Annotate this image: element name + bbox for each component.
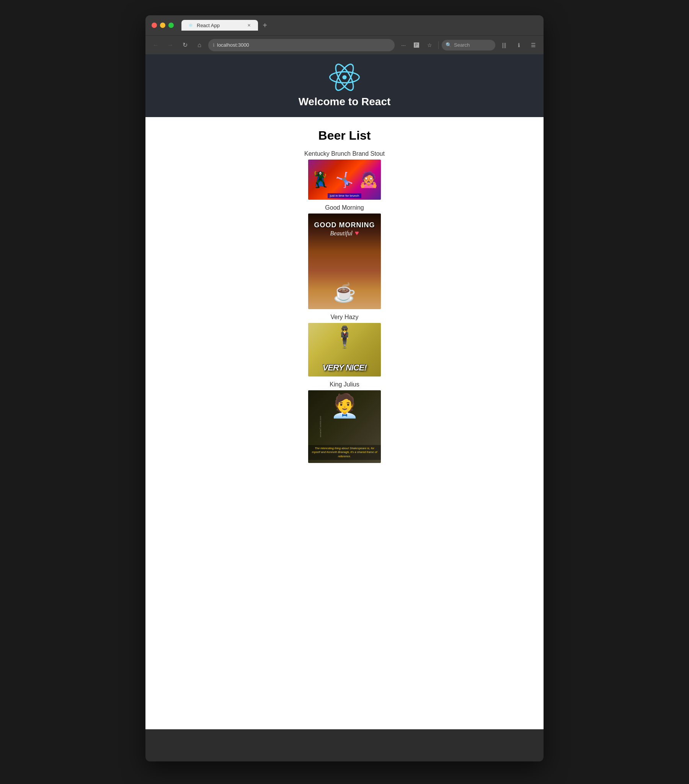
info-icon: ℹ: [518, 42, 520, 48]
library-icon: |||: [502, 42, 506, 48]
beer-list-title: Beer List: [318, 128, 371, 143]
app-header: Welcome to React: [145, 54, 544, 117]
reader-icon: ☰: [531, 42, 536, 48]
new-tab-button[interactable]: +: [259, 20, 270, 31]
white-content-area: Beer List Kentucky Brunch Brand Stout 🦹 …: [145, 117, 544, 729]
url-display: localhost:3000: [217, 42, 249, 48]
bookmark-button[interactable]: ☆: [424, 40, 435, 51]
react-logo-icon: [329, 62, 360, 92]
beer-image-4: sesame7.tumblr.com 🧑‍💼 The interesting t…: [308, 390, 381, 463]
pocket-icon: 🅿: [414, 42, 419, 48]
meme-line2-2: Beautiful: [330, 230, 353, 237]
library-button[interactable]: |||: [498, 40, 510, 51]
address-bar[interactable]: ℹ localhost:3000: [208, 39, 395, 51]
minimize-window-button[interactable]: [160, 23, 165, 28]
browser-window: ⚛ React App ✕ + ← → ↻ ⌂ ℹ localhost:3000…: [145, 15, 544, 761]
meme-line1-2: GOOD MORNING: [314, 221, 375, 229]
forward-arrow-icon: →: [167, 42, 173, 49]
figure-center-icon: 🤸: [335, 171, 353, 188]
meme-figure-3-icon: 🕴️: [331, 325, 358, 350]
search-bar[interactable]: 🔍 Search: [442, 40, 495, 51]
maximize-window-button[interactable]: [168, 23, 174, 28]
forward-button[interactable]: →: [165, 40, 176, 51]
refresh-icon: ↻: [183, 41, 188, 49]
beer-item-3: Very Hazy 🕴️ VERY NICE!: [308, 314, 381, 377]
tab-title: React App: [197, 23, 220, 28]
reader-view-button[interactable]: ☰: [527, 40, 539, 51]
page-content: Welcome to React Beer List Kentucky Brun…: [145, 54, 544, 729]
back-button[interactable]: ←: [150, 40, 162, 51]
back-arrow-icon: ←: [153, 42, 159, 49]
beer-item-2: Good Morning GOOD MORNING Beautiful ♥ ☕: [308, 204, 381, 309]
svg-point-3: [342, 75, 346, 79]
meme-figures: 🦹 🤸 🧟: [308, 160, 381, 200]
meme-heart-icon: ♥: [355, 229, 359, 237]
pocket-button[interactable]: 🅿: [411, 40, 422, 51]
meme-watermark-4: sesame7.tumblr.com: [319, 416, 321, 437]
beer-item-4: King Julius sesame7.tumblr.com 🧑‍💼 The i…: [308, 381, 381, 463]
beer-image-3: 🕴️ VERY NICE!: [308, 323, 381, 377]
bookmark-icon: ☆: [427, 42, 432, 48]
meme-cup-icon: ☕: [333, 282, 356, 303]
tab-favicon-icon: ⚛: [188, 22, 194, 28]
secure-icon: ℹ: [213, 43, 215, 48]
active-tab[interactable]: ⚛ React App ✕: [181, 20, 258, 31]
figure-left-icon: 🦹: [311, 171, 330, 189]
home-button[interactable]: ⌂: [194, 40, 205, 51]
beer-image-1: 🦹 🤸 🧟 just in time for brunch: [308, 160, 381, 200]
info-button[interactable]: ℹ: [513, 40, 524, 51]
meme-text-3: VERY NICE!: [322, 363, 366, 373]
more-options-button[interactable]: ···: [398, 40, 409, 51]
title-bar: ⚛ React App ✕ +: [145, 15, 544, 35]
beer-image-2: GOOD MORNING Beautiful ♥ ☕: [308, 214, 381, 309]
toolbar-separator: [438, 41, 438, 49]
beer-name-4: King Julius: [330, 381, 359, 388]
toolbar: ← → ↻ ⌂ ℹ localhost:3000 ··· 🅿 ☆: [145, 35, 544, 54]
beer-name-2: Good Morning: [325, 204, 364, 211]
close-window-button[interactable]: [152, 23, 157, 28]
beer-name-3: Very Hazy: [331, 314, 359, 321]
beer-name-1: Kentucky Brunch Brand Stout: [304, 150, 385, 157]
beer-item-1: Kentucky Brunch Brand Stout 🦹 🤸 🧟 just i…: [304, 150, 385, 200]
app-header-title: Welcome to React: [298, 96, 391, 108]
traffic-lights: [152, 23, 174, 28]
figure-right-icon: 🧟: [359, 171, 378, 189]
toolbar-actions: ··· 🅿 ☆: [398, 40, 435, 51]
tab-area: ⚛ React App ✕ +: [181, 20, 537, 31]
refresh-button[interactable]: ↻: [179, 40, 191, 51]
search-placeholder: Search: [454, 42, 470, 48]
more-dots-icon: ···: [401, 42, 406, 48]
tab-close-button[interactable]: ✕: [246, 22, 252, 28]
search-icon: 🔍: [445, 42, 452, 48]
meme-figure-4-icon: 🧑‍💼: [330, 392, 359, 419]
home-icon: ⌂: [198, 42, 201, 49]
meme-text-4: The interesting thing about Shakespeare …: [308, 445, 381, 460]
